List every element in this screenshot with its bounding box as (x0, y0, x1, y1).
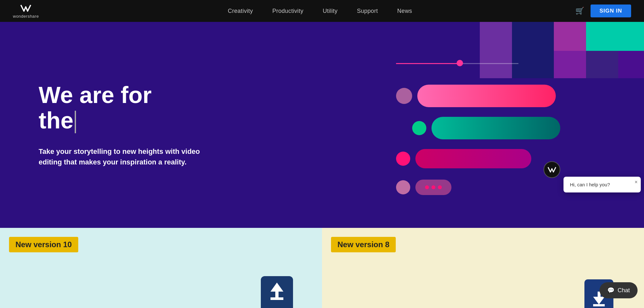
cursor (75, 111, 76, 133)
block-purple (480, 22, 512, 78)
pill-row-magenta (396, 149, 564, 168)
nav-support[interactable]: Support (357, 8, 378, 14)
typing-indicator (415, 180, 451, 195)
chat-button[interactable]: 💬 Chat (600, 282, 638, 298)
block-magenta1 (554, 22, 586, 51)
chat-bubble-icon: 💬 (607, 287, 614, 294)
top-blocks (480, 22, 644, 78)
circle-pink-small (396, 180, 410, 194)
wondershare-avatar (544, 161, 560, 178)
chat-popup-text: Hi, can I help you? (570, 182, 610, 187)
hero-title: We are for the (39, 82, 206, 133)
nav-right: 🛒 SIGN IN (575, 5, 631, 17)
hero-subtitle: Take your storytelling to new heights wi… (39, 146, 206, 167)
hero-section: We are for the Take your storytelling to… (0, 22, 644, 228)
upload-shape (261, 276, 293, 308)
download-base (593, 304, 605, 306)
block-magenta2 (554, 51, 586, 78)
logo[interactable]: wondershare (13, 4, 39, 19)
pill-pink (417, 85, 556, 107)
card-icon-upload (258, 270, 296, 308)
slider-fill (396, 63, 460, 64)
upload-line (275, 290, 279, 297)
version-badge-10: New version 10 (9, 237, 78, 252)
cards-section: New version 10 New version 8 (0, 228, 644, 308)
card-version8[interactable]: New version 8 (322, 228, 644, 308)
typing-dot-1 (425, 185, 429, 189)
chat-popup: × Hi, can I help you? (564, 177, 641, 192)
block-navy (512, 22, 554, 78)
nav-news[interactable]: News (397, 8, 412, 14)
slider-thumb (457, 60, 463, 66)
block-indigo (586, 51, 618, 78)
pill-magenta (415, 149, 531, 168)
circle-magenta (396, 152, 410, 166)
pill-row-teal (412, 117, 580, 139)
nav-links: Creativity Productivity Utility Support … (65, 8, 575, 14)
circle-teal (412, 121, 426, 135)
chat-popup-close[interactable]: × (635, 179, 638, 185)
sign-in-button[interactable]: SIGN IN (591, 5, 631, 17)
logo-text: wondershare (13, 14, 39, 19)
hero-visual: × Hi, can I help you? (386, 22, 644, 228)
pill-row-pink (396, 85, 564, 107)
upload-bottom (270, 297, 283, 300)
card-version10[interactable]: New version 10 (0, 228, 322, 308)
version-badge-8: New version 8 (331, 237, 396, 252)
nav-creativity[interactable]: Creativity (228, 8, 253, 14)
nav-utility[interactable]: Utility (323, 8, 337, 14)
pill-row-typing (396, 180, 451, 195)
block-dark-purple (618, 51, 644, 78)
circle-pink-light (396, 88, 412, 104)
navbar: wondershare Creativity Productivity Util… (0, 0, 644, 22)
hero-content: We are for the Take your storytelling to… (0, 63, 206, 187)
typing-dot-3 (438, 185, 442, 189)
pill-teal (431, 117, 560, 139)
download-arrow (593, 297, 605, 304)
nav-productivity[interactable]: Productivity (272, 8, 304, 14)
cart-icon[interactable]: 🛒 (575, 7, 584, 15)
typing-dot-2 (431, 185, 435, 189)
block-teal (586, 22, 644, 51)
chat-button-label: Chat (618, 287, 630, 294)
